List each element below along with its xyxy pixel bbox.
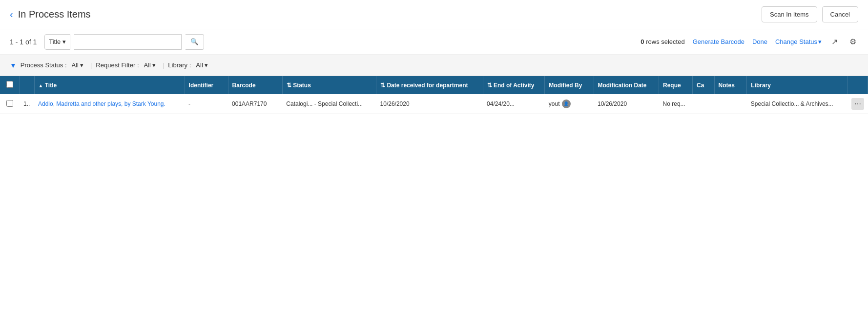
row-barcode: 001AAR7170 bbox=[228, 94, 282, 114]
row-index-label: 1.. bbox=[20, 94, 34, 114]
col-status-sort-icon: ⇅ bbox=[287, 82, 291, 89]
change-status-label: Change Status bbox=[775, 38, 817, 45]
request-filter-select[interactable]: All ▾ bbox=[141, 60, 159, 70]
table-body: 1.. Addio, Madretta and other plays, by … bbox=[0, 94, 868, 114]
col-library: Library bbox=[747, 76, 847, 94]
library-filter-value: All bbox=[196, 61, 203, 69]
library-filter-group: Library : All ▾ bbox=[168, 60, 210, 70]
col-notes: Notes bbox=[714, 76, 747, 94]
row-title[interactable]: Addio, Madretta and other plays, by Star… bbox=[34, 94, 185, 114]
library-filter-chevron-icon: ▾ bbox=[205, 61, 208, 69]
toolbar-right: 0 rows selected Generate Barcode Done Ch… bbox=[641, 35, 858, 48]
filter-icon: ▼ bbox=[10, 61, 17, 69]
select-all-checkbox[interactable] bbox=[6, 81, 13, 88]
done-button[interactable]: Done bbox=[752, 38, 767, 45]
toolbar: 1 - 1 of 1 Title ▾ 🔍 0 rows selected Gen… bbox=[0, 29, 868, 55]
request-filter-label: Request Filter : bbox=[96, 61, 139, 69]
col-title[interactable]: ▲ Title bbox=[34, 76, 185, 94]
rows-selected: 0 rows selected bbox=[641, 38, 684, 45]
search-type-label: Title bbox=[49, 38, 61, 45]
row-reque: No req... bbox=[659, 94, 693, 114]
search-button[interactable]: 🔍 bbox=[186, 34, 204, 50]
col-ca: Ca bbox=[693, 76, 715, 94]
cancel-button[interactable]: Cancel bbox=[822, 6, 858, 22]
row-action-cell[interactable]: ⋯ bbox=[847, 94, 868, 114]
col-title-sort-icon: ▲ bbox=[39, 83, 43, 88]
col-identifier: Identifier bbox=[185, 76, 228, 94]
export-icon: ↗ bbox=[831, 37, 838, 46]
col-modified-by: Modified By bbox=[545, 76, 594, 94]
col-modification-date: Modification Date bbox=[594, 76, 659, 94]
col-checkbox bbox=[0, 76, 20, 94]
search-input[interactable] bbox=[74, 34, 182, 50]
change-status-button[interactable]: Change Status ▾ bbox=[775, 38, 822, 45]
request-filter-value: All bbox=[144, 61, 151, 69]
request-filter-group: Request Filter : All ▾ bbox=[96, 60, 159, 70]
process-status-label: Process Status : bbox=[21, 61, 67, 69]
request-filter-chevron-icon: ▾ bbox=[152, 61, 156, 69]
scan-in-button[interactable]: Scan In Items bbox=[762, 6, 817, 22]
process-status-chevron-icon: ▾ bbox=[80, 61, 83, 69]
settings-button[interactable]: ⚙ bbox=[847, 35, 858, 48]
row-library: Special Collectio... & Archives... bbox=[747, 94, 847, 114]
header-left: ‹ In Process Items bbox=[10, 9, 91, 20]
table-row: 1.. Addio, Madretta and other plays, by … bbox=[0, 94, 868, 114]
row-checkbox[interactable] bbox=[6, 100, 13, 107]
row-ca bbox=[693, 94, 715, 114]
record-count: 1 - 1 of 1 bbox=[10, 38, 37, 46]
col-date-received[interactable]: ⇅ Date received for department bbox=[376, 76, 483, 94]
row-notes bbox=[714, 94, 747, 114]
row-checkbox-cell[interactable] bbox=[0, 94, 20, 114]
col-actions bbox=[847, 76, 868, 94]
page-header: ‹ In Process Items Scan In Items Cancel bbox=[0, 0, 868, 29]
items-table: ▲ Title Identifier Barcode ⇅ Status ⇅ Da… bbox=[0, 76, 868, 114]
toolbar-left: 1 - 1 of 1 Title ▾ 🔍 bbox=[10, 34, 204, 50]
export-button[interactable]: ↗ bbox=[829, 35, 840, 48]
col-end-activity[interactable]: ⇅ End of Activity bbox=[483, 76, 545, 94]
row-modification-date: 10/26/2020 bbox=[594, 94, 659, 114]
table-container: ▲ Title Identifier Barcode ⇅ Status ⇅ Da… bbox=[0, 76, 868, 114]
library-filter-select[interactable]: All ▾ bbox=[193, 60, 210, 70]
settings-icon: ⚙ bbox=[849, 37, 856, 46]
row-date-received: 10/26/2020 bbox=[376, 94, 483, 114]
header-right: Scan In Items Cancel bbox=[762, 6, 858, 22]
generate-barcode-button[interactable]: Generate Barcode bbox=[693, 38, 744, 45]
process-status-value: All bbox=[72, 61, 79, 69]
row-status: Catalogi... - Special Collecti... bbox=[282, 94, 376, 114]
chevron-down-icon: ▾ bbox=[62, 38, 66, 45]
page-title: In Process Items bbox=[18, 9, 91, 20]
library-filter-label: Library : bbox=[168, 61, 191, 69]
search-type-select[interactable]: Title ▾ bbox=[44, 34, 70, 50]
col-date-sort-icon: ⇅ bbox=[380, 82, 385, 89]
col-index bbox=[20, 76, 34, 94]
row-action-button[interactable]: ⋯ bbox=[851, 98, 864, 110]
change-status-chevron-icon: ▾ bbox=[818, 38, 822, 45]
search-icon: 🔍 bbox=[190, 38, 199, 45]
col-barcode: Barcode bbox=[228, 76, 282, 94]
col-status[interactable]: ⇅ Status bbox=[282, 76, 376, 94]
filter-separator-2: | bbox=[163, 61, 164, 69]
title-link[interactable]: Addio, Madretta and other plays, by Star… bbox=[38, 100, 165, 107]
row-modified-by: yout 👤 bbox=[545, 94, 594, 114]
avatar: 👤 bbox=[562, 99, 571, 108]
table-header-row: ▲ Title Identifier Barcode ⇅ Status ⇅ Da… bbox=[0, 76, 868, 94]
back-button[interactable]: ‹ bbox=[10, 9, 13, 20]
row-identifier: - bbox=[185, 94, 228, 114]
col-end-sort-icon: ⇅ bbox=[487, 82, 492, 89]
filters-bar: ▼ Process Status : All ▾ | Request Filte… bbox=[0, 55, 868, 76]
process-status-filter: Process Status : All ▾ bbox=[21, 60, 86, 70]
filter-separator-1: | bbox=[90, 61, 92, 69]
row-end-activity: 04/24/20... bbox=[483, 94, 545, 114]
process-status-select[interactable]: All ▾ bbox=[69, 60, 86, 70]
col-reque: Reque bbox=[659, 76, 693, 94]
